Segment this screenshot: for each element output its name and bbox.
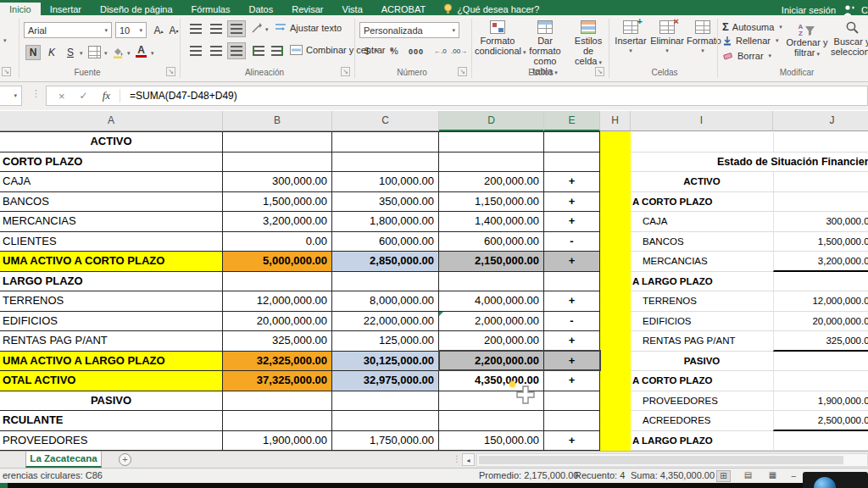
hscroll-thumb[interactable] (479, 456, 843, 464)
statement-value[interactable] (773, 172, 868, 192)
statement-label[interactable]: ACTIVO (631, 172, 773, 192)
column-header-j[interactable]: J (773, 111, 868, 131)
tab-inicio[interactable]: Inicio (0, 3, 41, 15)
align-left-button[interactable] (186, 42, 205, 59)
cell-E4[interactable]: + (544, 192, 600, 213)
align-bottom-button[interactable] (227, 20, 246, 37)
cell-C12[interactable]: 30,125,000.00 (332, 352, 439, 372)
tab-diseno-de-pagina[interactable]: Diseño de página (91, 3, 182, 15)
sheet-tab-la-zacatecana[interactable]: La Zacatecana (25, 452, 102, 468)
name-box[interactable]: ▾ (0, 86, 22, 106)
styles-dialog-launcher[interactable]: ↘ (595, 67, 604, 76)
align-center-button[interactable] (207, 42, 225, 59)
statement-value[interactable] (773, 132, 868, 152)
zoom-out-button[interactable]: − (791, 469, 796, 484)
insert-function-icon[interactable]: fx (103, 89, 110, 103)
cell-E6[interactable]: - (544, 232, 600, 252)
column-header-c[interactable]: C (332, 111, 439, 131)
cell-B11[interactable]: 325,000.00 (223, 331, 332, 352)
tell-me-box[interactable]: ¿Qué desea hacer? (435, 3, 548, 15)
cell-A16[interactable]: PROVEEDORES (0, 431, 223, 452)
statement-value[interactable]: 12,000,000.00 (773, 291, 868, 312)
cell-D6[interactable]: 600,000.00 (439, 232, 544, 252)
font-dialog-launcher[interactable]: ↘ (166, 67, 175, 76)
tab-vista[interactable]: Vista (333, 3, 372, 15)
page-break-view-button[interactable]: ▦ (765, 470, 780, 482)
cell-C13[interactable]: 32,975,000.00 (332, 371, 439, 391)
clipboard-dialog-launcher[interactable]: ↘ (2, 67, 11, 76)
tab-formulas[interactable]: Fórmulas (182, 3, 240, 15)
cell-B4[interactable]: 1,500,000.00 (223, 192, 332, 213)
cell-E16[interactable]: + (544, 431, 600, 452)
find-select-button[interactable]: Buscar y seleccionar (831, 20, 868, 57)
align-right-button[interactable] (227, 42, 246, 59)
tab-insertar[interactable]: Insertar (41, 3, 91, 15)
statement-label[interactable]: PASIVO (631, 352, 773, 372)
statement-label[interactable]: EDIFICIOS (631, 312, 773, 332)
cell-E8[interactable] (544, 272, 600, 292)
normal-view-button[interactable]: ⊞ (716, 470, 731, 482)
orientation-icon[interactable] (251, 22, 263, 34)
wrap-text-button[interactable]: Ajustar texto (275, 23, 342, 33)
cell-E12[interactable]: + (544, 352, 600, 372)
cell-C15[interactable] (332, 411, 439, 431)
cell-B13[interactable]: 37,325,000.00 (223, 371, 332, 391)
cell-C3[interactable]: 100,000.00 (332, 172, 439, 192)
cell-D10[interactable]: 2,000,000.00 (439, 312, 544, 332)
cell-D12[interactable]: 2,200,000.00 (439, 352, 544, 372)
statement-label[interactable] (631, 132, 773, 152)
hscroll-left-arrow[interactable]: ◂ (462, 453, 475, 466)
alignment-dialog-launcher[interactable]: ↘ (341, 67, 350, 76)
cell-C8[interactable] (332, 272, 439, 292)
hscroll-track[interactable] (476, 453, 868, 467)
cell-A10[interactable]: EDIFICIOS (0, 312, 223, 332)
cell-D15[interactable] (439, 411, 544, 431)
cell-E13[interactable]: + (544, 371, 600, 391)
page-layout-view-button[interactable]: ▤ (741, 470, 755, 482)
autosum-button[interactable]: Σ Autosuma▾ (722, 20, 782, 33)
underline-button[interactable]: S (63, 45, 78, 60)
statement-value[interactable]: 3,200,000.00 (773, 252, 868, 272)
align-top-button[interactable] (186, 20, 205, 37)
column-header-b[interactable]: B (223, 111, 332, 131)
cell-B3[interactable]: 300,000.00 (223, 172, 332, 192)
cell-E2[interactable] (544, 152, 600, 173)
cell-B5[interactable]: 3,200,000.00 (223, 212, 332, 232)
column-header-d[interactable]: D (439, 111, 544, 131)
cell-E14[interactable] (544, 391, 600, 412)
number-format-select[interactable]: Personalizada▾ (359, 22, 459, 38)
statement-value[interactable]: 300,000.00 (773, 212, 868, 232)
cancel-icon[interactable]: × (58, 90, 65, 103)
scrollbar-resize-handle[interactable]: ⋮ (453, 454, 461, 463)
cell-A14[interactable]: PASIVO (0, 391, 223, 412)
cell-C9[interactable]: 8,000,000.00 (332, 291, 439, 312)
cell-C16[interactable]: 1,750,000.00 (332, 431, 439, 452)
cell-A7[interactable]: UMA ACTIVO A CORTO PLAZO (0, 252, 223, 272)
decrease-decimal-button[interactable]: .00→ (451, 47, 467, 55)
statement-label[interactable]: MERCANCIAS (631, 252, 773, 272)
clipboard-dropdown-arrow[interactable]: ▾ (3, 37, 7, 44)
statement-value[interactable]: 2,500,000.00 (773, 411, 868, 431)
bold-button[interactable]: N (25, 45, 41, 60)
formula-text[interactable]: =SUMA(D47-D48+D49) (130, 90, 237, 102)
cell-D5[interactable]: 1,400,000.00 (439, 212, 544, 232)
cell-E1[interactable] (544, 132, 600, 152)
column-header-h[interactable]: H (600, 111, 631, 131)
cell-A9[interactable]: TERRENOS (0, 291, 223, 312)
share-label-partial[interactable]: C (861, 5, 868, 15)
cell-A6[interactable]: CLIENTES (0, 232, 223, 252)
currency-format-button[interactable]: $▾ (364, 46, 378, 56)
delete-cells-button[interactable]: × Eliminar ▾ (649, 20, 685, 56)
statement-label[interactable]: BANCOS (631, 232, 773, 252)
statement-value[interactable] (773, 431, 868, 452)
format-cells-button[interactable]: Formato ▾ (687, 20, 719, 56)
cell-B8[interactable] (223, 272, 332, 292)
cell-B7[interactable]: 5,000,000.00 (223, 252, 332, 272)
cell-A12[interactable]: UMA ACTIVO A LARGO PLAZO (0, 352, 223, 372)
statement-value[interactable] (773, 371, 868, 391)
cell-C10[interactable]: 22,000,000.00 (332, 312, 439, 332)
fill-color-icon[interactable] (112, 47, 124, 58)
sign-in-button[interactable]: Iniciar sesión (782, 5, 836, 15)
cell-A3[interactable]: CAJA (0, 172, 223, 192)
cell-D3[interactable]: 200,000.00 (439, 172, 544, 192)
